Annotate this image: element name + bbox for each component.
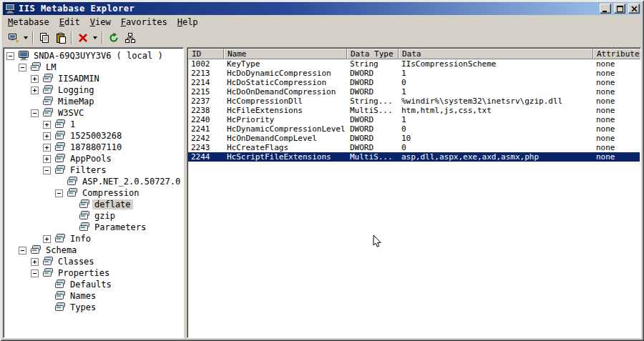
- tree-item-asp-net-2-0-50727-0[interactable]: ASP.NET_2.0.50727.0: [4, 176, 183, 187]
- cell-data: asp,dll,aspx,exe,axd,asmx,php: [399, 152, 593, 162]
- expander-plus-icon[interactable]: [31, 87, 39, 94]
- network-button[interactable]: [122, 30, 138, 46]
- table-row-2214[interactable]: 2214HcDoStaticCompressionDWORD0none: [188, 78, 640, 87]
- table-row-2243[interactable]: 2243HcCreateFlagsDWORD0none: [188, 143, 640, 152]
- tree-item-snda-69q3uyy3v6-local[interactable]: SNDA-69Q3UYY3V6 ( local ): [4, 50, 183, 61]
- menu-item-metabase[interactable]: Metabase: [3, 16, 54, 29]
- table-row-2241[interactable]: 2241HcDynamicCompressionLevelDWORD0none: [188, 124, 640, 134]
- tree-item-label: IISADMIN: [56, 74, 102, 84]
- expander-plus-icon[interactable]: [43, 144, 51, 152]
- expander-plus-icon[interactable]: [31, 75, 39, 83]
- tree-item-1[interactable]: 1: [4, 119, 183, 130]
- expander-minus-icon[interactable]: [19, 247, 26, 254]
- menu-item-help[interactable]: Help: [172, 16, 203, 29]
- tree-item-w3svc[interactable]: W3SVC: [4, 107, 183, 119]
- expander-minus-icon[interactable]: [19, 64, 26, 71]
- toolbar-separator: [32, 31, 34, 44]
- expander-plus-icon[interactable]: [43, 132, 51, 140]
- column-header-name[interactable]: Name: [224, 49, 347, 59]
- table-row-2213[interactable]: 2213HcDoDynamicCompressionDWORD1none: [188, 69, 640, 78]
- expander-minus-icon[interactable]: [31, 109, 39, 117]
- menu-item-edit[interactable]: Edit: [54, 16, 85, 29]
- column-header-id[interactable]: ID: [188, 49, 224, 59]
- cell-attributes: none: [593, 78, 640, 87]
- column-header-data-type[interactable]: Data Type: [347, 49, 399, 59]
- column-header-attributes[interactable]: Attributes: [593, 49, 641, 59]
- tree-item-label: 1878807110: [68, 142, 124, 152]
- table-row-2240[interactable]: 2240HcPriorityDWORD1none: [188, 115, 640, 124]
- tree-item-label: W3SVC: [56, 108, 86, 118]
- tree-item-mimemap[interactable]: MimeMap: [4, 96, 183, 107]
- delete-dropdown-button[interactable]: [91, 30, 99, 46]
- expander-minus-icon[interactable]: [43, 167, 51, 174]
- delete-icon: [77, 32, 89, 44]
- delete-button[interactable]: [74, 30, 91, 46]
- table-row-2215[interactable]: 2215HcDoOnDemandCompressionDWORD1none: [188, 87, 640, 97]
- expander-plus-icon[interactable]: [43, 121, 51, 129]
- paste-icon: [55, 32, 67, 44]
- cell-data-type: String: [347, 59, 399, 69]
- tree-item-types[interactable]: Types: [4, 302, 183, 313]
- computer-icon: [18, 51, 29, 61]
- cell-data: 0: [399, 78, 593, 87]
- tree-item-label: ASP.NET_2.0.50727.0: [80, 177, 182, 187]
- table-row-2242[interactable]: 2242HcOnDemandCompLevelDWORD10none: [188, 134, 640, 143]
- table-row-1002[interactable]: 1002KeyTypeStringIIsCompressionSchemenon…: [188, 59, 640, 69]
- connect-button[interactable]: [5, 30, 21, 46]
- cell-data: IIsCompressionScheme: [399, 59, 593, 69]
- tree-item-1525003268[interactable]: 1525003268: [4, 130, 183, 142]
- tree-item-properties[interactable]: Properties: [4, 267, 183, 279]
- database-icon: [30, 245, 42, 255]
- tree-item-parameters[interactable]: Parameters: [4, 222, 183, 233]
- tree-item-gzip[interactable]: gzip: [4, 210, 183, 222]
- expander-minus-icon[interactable]: [6, 52, 14, 60]
- expander-minus-icon[interactable]: [31, 270, 39, 277]
- minimize-button[interactable]: [600, 4, 611, 14]
- table-row-2237[interactable]: 2237HcCompressionDllString...%windir%\sy…: [188, 97, 640, 106]
- tree-item-names[interactable]: Names: [4, 290, 183, 302]
- tree-item-lm[interactable]: LM: [4, 61, 183, 73]
- paste-button[interactable]: [52, 30, 69, 46]
- list-body: 1002KeyTypeStringIIsCompressionSchemenon…: [188, 59, 640, 337]
- cell-id: 2214: [188, 78, 224, 87]
- tree-item-defaults[interactable]: Defaults: [4, 279, 183, 290]
- tree-item-label: Parameters: [92, 222, 148, 232]
- database-icon: [79, 199, 90, 209]
- tree-item-classes[interactable]: Classes: [4, 256, 183, 267]
- maximize-button[interactable]: [614, 4, 625, 14]
- cell-name: KeyType: [224, 59, 347, 69]
- refresh-button[interactable]: [105, 30, 122, 46]
- tree-item-schema[interactable]: Schema: [4, 244, 183, 256]
- cell-data: 10: [399, 134, 593, 143]
- expander-minus-icon[interactable]: [55, 189, 63, 197]
- tree-item-deflate[interactable]: deflate: [4, 199, 183, 210]
- close-button[interactable]: [628, 4, 640, 14]
- tree-item-logging[interactable]: Logging: [4, 84, 183, 96]
- copy-button[interactable]: [36, 30, 52, 46]
- connect-dropdown-button[interactable]: [21, 30, 30, 46]
- database-icon: [54, 280, 66, 290]
- database-icon: [54, 165, 66, 175]
- tree-item-label: Classes: [56, 257, 97, 267]
- tree: SNDA-69Q3UYY3V6 ( local )LMIISADMINLoggi…: [4, 50, 183, 313]
- tree-item-iisadmin[interactable]: IISADMIN: [4, 73, 183, 84]
- column-header-data[interactable]: Data: [399, 49, 593, 59]
- expander-plus-icon[interactable]: [31, 258, 39, 266]
- cell-id: 2237: [188, 97, 224, 106]
- close-icon: [631, 6, 638, 12]
- table-row-2238[interactable]: 2238HcFileExtensionsMultiS...htm,html,js…: [188, 106, 640, 115]
- tree-item-label: Filters: [68, 165, 109, 175]
- menu-item-favorites[interactable]: Favorites: [116, 16, 172, 29]
- tree-item-info[interactable]: Info: [4, 233, 183, 244]
- database-icon: [42, 74, 54, 84]
- tree-item-apppools[interactable]: AppPools: [4, 153, 183, 164]
- tree-item-1878807110[interactable]: 1878807110: [4, 142, 183, 153]
- tree-item-filters[interactable]: Filters: [4, 164, 183, 176]
- expander-plus-icon[interactable]: [43, 235, 51, 243]
- cell-id: 2241: [188, 124, 224, 134]
- tree-item-compression[interactable]: Compression: [4, 187, 183, 199]
- table-row-2244[interactable]: 2244HcScriptFileExtensionsMultiS...asp,d…: [188, 152, 640, 162]
- expander-plus-icon[interactable]: [43, 155, 51, 163]
- tree-panel: SNDA-69Q3UYY3V6 ( local )LMIISADMINLoggi…: [3, 47, 184, 338]
- menu-item-view[interactable]: View: [85, 16, 116, 29]
